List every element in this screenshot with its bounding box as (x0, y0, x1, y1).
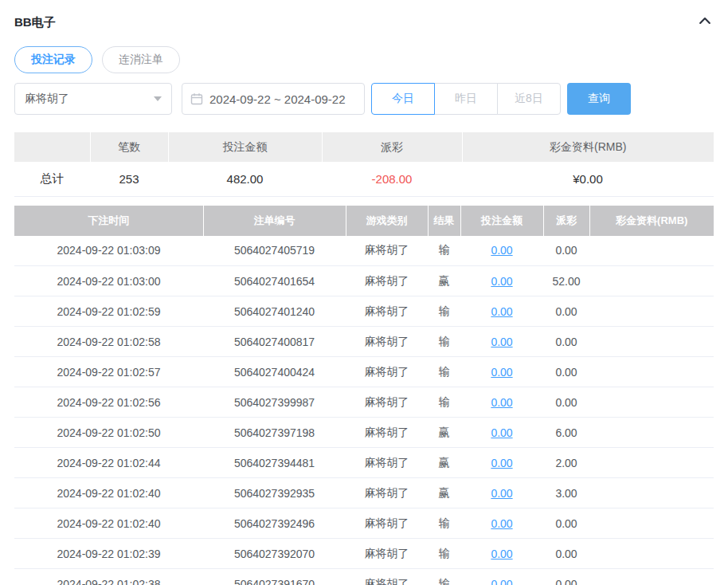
cell-bet-time: 2024-09-22 01:02:38 (14, 569, 203, 585)
records-col-time: 下注时间 (14, 206, 203, 236)
cell-order-id: 5064027399987 (203, 387, 346, 418)
cell-order-id: 5064027392070 (203, 539, 346, 569)
cell-payout: 0.00 (543, 357, 589, 387)
table-row: 2024-09-22 01:03:005064027401654麻将胡了赢0.0… (14, 266, 714, 296)
cell-payout: 0.00 (543, 539, 589, 569)
cell-order-id: 5064027394481 (203, 448, 346, 478)
quick-range-today-button[interactable]: 今日 (371, 83, 435, 115)
collapse-panel-button[interactable] (696, 14, 714, 31)
records-col-result: 结果 (428, 206, 460, 236)
cell-bet-time: 2024-09-22 01:02:58 (14, 327, 203, 357)
panel-title: BB电子 (14, 15, 56, 30)
cell-game-type: 麻将胡了 (346, 266, 428, 296)
cell-payout: 0.00 (543, 236, 589, 266)
summary-total-bonus: ¥0.00 (462, 162, 714, 196)
records-col-payout: 派彩 (543, 206, 589, 236)
cell-bet-amount: 0.00 (460, 266, 543, 296)
bet-amount-link[interactable]: 0.00 (491, 305, 512, 318)
cell-bet-time: 2024-09-22 01:02:56 (14, 387, 203, 418)
cell-game-type: 麻将胡了 (346, 508, 428, 539)
tab-betting-records[interactable]: 投注记录 (14, 46, 92, 73)
cell-result: 赢 (428, 448, 460, 478)
cell-result: 输 (428, 357, 460, 387)
cell-result: 输 (428, 539, 460, 569)
cell-order-id: 5064027391670 (203, 569, 346, 585)
cell-order-id: 5064027401654 (203, 266, 346, 296)
cell-bet-amount: 0.00 (460, 296, 543, 327)
cell-order-id: 5064027392935 (203, 478, 346, 508)
cell-payout: 0.00 (543, 296, 589, 327)
cell-result: 输 (428, 236, 460, 266)
bet-amount-link[interactable]: 0.00 (491, 336, 512, 348)
bet-amount-link[interactable]: 0.00 (491, 457, 512, 469)
chevron-up-icon (697, 13, 713, 32)
bet-amount-link[interactable]: 0.00 (491, 396, 512, 409)
cell-bonus (589, 387, 714, 418)
betting-records-panel: BB电子 投注记录 连消注单 麻将胡了 (0, 0, 728, 585)
cell-bet-amount: 0.00 (460, 387, 543, 418)
bet-amount-link[interactable]: 0.00 (491, 487, 512, 500)
bet-amount-link[interactable]: 0.00 (491, 366, 512, 379)
cell-game-type: 麻将胡了 (346, 539, 428, 569)
bet-amount-link[interactable]: 0.00 (491, 244, 512, 257)
records-col-bet-amount: 投注金额 (460, 206, 543, 236)
cell-game-type: 麻将胡了 (346, 387, 428, 418)
cell-bet-amount: 0.00 (460, 327, 543, 357)
cell-game-type: 麻将胡了 (346, 448, 428, 478)
quick-range-last8days-button[interactable]: 近8日 (497, 83, 561, 115)
bet-amount-link[interactable]: 0.00 (491, 578, 512, 585)
cell-payout: 0.00 (543, 508, 589, 539)
cell-bonus (589, 296, 714, 327)
quick-range-yesterday-button[interactable]: 昨日 (434, 83, 498, 115)
records-header-row: 下注时间 注单编号 游戏类别 结果 投注金额 派彩 彩金资料(RMB) (14, 206, 714, 236)
summary-total-payout: -208.00 (322, 162, 462, 196)
cell-bet-time: 2024-09-22 01:02:39 (14, 539, 203, 569)
cell-bet-time: 2024-09-22 01:02:57 (14, 357, 203, 387)
cell-bet-time: 2024-09-22 01:02:40 (14, 478, 203, 508)
cell-result: 输 (428, 508, 460, 539)
cell-bet-time: 2024-09-22 01:03:09 (14, 236, 203, 266)
cell-bet-time: 2024-09-22 01:02:40 (14, 508, 203, 539)
cell-order-id: 5064027397198 (203, 418, 346, 448)
calendar-icon (190, 92, 203, 105)
summary-header-row: 笔数 投注金额 派彩 彩金资料(RMB) (14, 132, 714, 162)
cell-payout: 2.00 (543, 448, 589, 478)
summary-total-count: 253 (90, 162, 168, 196)
table-row: 2024-09-22 01:02:445064027394481麻将胡了赢0.0… (14, 448, 714, 478)
table-row: 2024-09-22 01:02:565064027399987麻将胡了输0.0… (14, 387, 714, 418)
cell-payout: 0.00 (543, 327, 589, 357)
cell-bet-amount: 0.00 (460, 418, 543, 448)
cell-result: 赢 (428, 418, 460, 448)
tab-cancelled-orders[interactable]: 连消注单 (102, 46, 180, 73)
cell-bonus (589, 418, 714, 448)
table-row: 2024-09-22 01:02:575064027400424麻将胡了输0.0… (14, 357, 714, 387)
cell-bonus (589, 266, 714, 296)
summary-col-payout: 派彩 (322, 132, 462, 162)
cell-result: 输 (428, 569, 460, 585)
query-button[interactable]: 查询 (567, 83, 631, 115)
table-row: 2024-09-22 01:02:505064027397198麻将胡了赢0.0… (14, 418, 714, 448)
cell-result: 输 (428, 296, 460, 327)
table-row: 2024-09-22 01:02:395064027392070麻将胡了输0.0… (14, 539, 714, 569)
cell-bet-amount: 0.00 (460, 236, 543, 266)
game-select-value: 麻将胡了 (25, 92, 69, 106)
cell-bet-time: 2024-09-22 01:02:50 (14, 418, 203, 448)
date-range-value: 2024-09-22 ~ 2024-09-22 (209, 92, 346, 106)
cell-game-type: 麻将胡了 (346, 296, 428, 327)
bet-amount-link[interactable]: 0.00 (491, 426, 512, 439)
bet-amount-link[interactable]: 0.00 (491, 548, 512, 560)
cell-result: 输 (428, 387, 460, 418)
cell-order-id: 5064027400817 (203, 327, 346, 357)
summary-col-bonus: 彩金资料(RMB) (462, 132, 714, 162)
bet-amount-link[interactable]: 0.00 (491, 517, 512, 530)
date-range-input[interactable]: 2024-09-22 ~ 2024-09-22 (182, 83, 365, 115)
summary-total-bet-amount: 482.00 (168, 162, 322, 196)
cell-bet-time: 2024-09-22 01:03:00 (14, 266, 203, 296)
cell-bet-amount: 0.00 (460, 508, 543, 539)
bet-amount-link[interactable]: 0.00 (491, 275, 512, 288)
records-col-bonus: 彩金资料(RMB) (589, 206, 714, 236)
summary-total-row: 总计 253 482.00 -208.00 ¥0.00 (14, 162, 714, 196)
game-select[interactable]: 麻将胡了 (14, 83, 172, 115)
cell-payout: 3.00 (543, 478, 589, 508)
cell-game-type: 麻将胡了 (346, 478, 428, 508)
